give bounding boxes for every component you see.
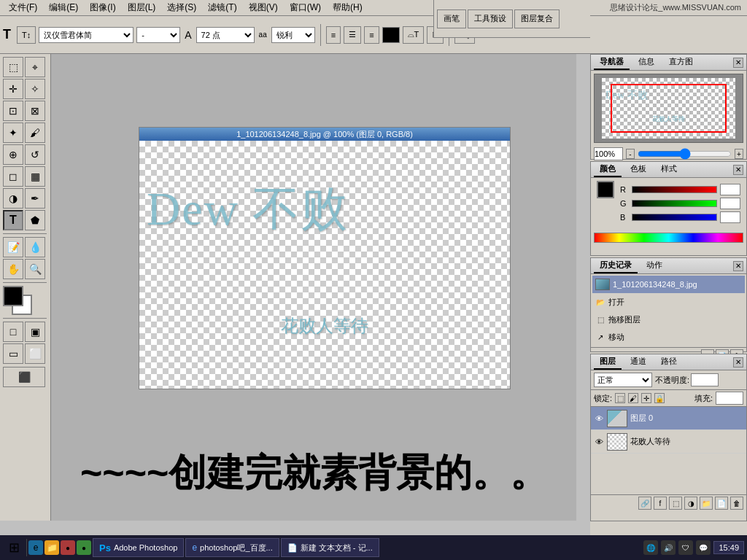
zoom-slider[interactable] <box>638 151 732 157</box>
standard-screen-btn[interactable]: ▭ <box>3 343 23 364</box>
zoom-tool[interactable]: 🔍 <box>25 259 45 279</box>
gradient-tool[interactable]: ▦ <box>25 166 45 187</box>
lock-move-btn[interactable]: ✛ <box>641 393 651 403</box>
history-close-btn[interactable]: ✕ <box>733 261 743 271</box>
menu-window[interactable]: 窗口(W) <box>284 0 327 15</box>
layer-style-btn[interactable]: f <box>654 497 667 510</box>
dodge-tool[interactable]: ◑ <box>3 188 23 209</box>
clone-stamp-tool[interactable]: ⊕ <box>3 144 23 165</box>
fullscreen-btn[interactable]: ⬜ <box>25 343 45 364</box>
opacity-input[interactable]: 100% <box>691 373 719 386</box>
menu-view[interactable]: 视图(V) <box>243 0 284 15</box>
tab-paths[interactable]: 路径 <box>655 354 683 370</box>
history-item-1[interactable]: 📂 打开 <box>592 293 745 311</box>
quick-mask-btn[interactable]: ▣ <box>25 322 45 342</box>
menu-help[interactable]: 帮助(H) <box>327 0 368 15</box>
menu-edit[interactable]: 编辑(E) <box>43 0 84 15</box>
warp-text-btn[interactable]: ⌓T <box>403 26 425 44</box>
align-left-btn[interactable]: ≡ <box>326 26 341 44</box>
layer-group-btn[interactable]: 📁 <box>700 497 713 510</box>
rectangular-marquee-tool[interactable]: ⬚ <box>3 57 23 77</box>
security-icon[interactable]: 🛡 <box>678 540 693 555</box>
brush-panel-btn[interactable]: 画笔 <box>437 9 466 28</box>
align-center-btn[interactable]: ☰ <box>344 26 361 44</box>
history-item-0[interactable]: 1_101206134248_8.jpg <box>592 276 745 293</box>
color-main-swatch[interactable] <box>597 181 614 198</box>
eraser-tool[interactable]: ◻ <box>3 166 23 187</box>
navigator-close-btn[interactable]: ✕ <box>733 58 743 68</box>
tab-navigator[interactable]: 导航器 <box>594 55 630 70</box>
menu-layer[interactable]: 图层(L) <box>122 0 162 15</box>
taskbar-misc-icon1[interactable]: ● <box>61 540 75 555</box>
blend-mode-select[interactable]: 正常 <box>594 373 652 387</box>
brush-tool[interactable]: 🖌 <box>25 122 45 143</box>
color-spectrum-bar[interactable] <box>594 233 743 243</box>
lock-all-btn[interactable]: 🔒 <box>654 393 665 403</box>
b-value-input[interactable]: 0 <box>720 211 740 223</box>
tab-layers[interactable]: 图层 <box>594 354 622 370</box>
tab-channels[interactable]: 通道 <box>624 354 652 370</box>
taskbar-misc-icon2[interactable]: ● <box>77 540 91 555</box>
taskbar-photoshop-btn[interactable]: Ps Adobe Photoshop <box>93 538 184 557</box>
layer-mask-btn[interactable]: ⬚ <box>669 497 682 510</box>
color-close-btn[interactable]: ✕ <box>733 165 743 175</box>
lock-brush-btn[interactable]: 🖌 <box>628 393 638 403</box>
eyedropper-tool[interactable]: 💧 <box>25 237 45 257</box>
lock-transparent-btn[interactable]: ⬚ <box>615 393 625 403</box>
font-size-select[interactable]: 72 点 <box>196 27 255 43</box>
zoom-in-btn[interactable]: + <box>735 149 743 159</box>
network-icon[interactable]: 🌐 <box>643 540 658 555</box>
tab-swatches[interactable]: 色板 <box>624 162 652 177</box>
fill-input[interactable]: 100% <box>716 392 743 405</box>
tab-history[interactable]: 历史记录 <box>594 258 638 273</box>
history-brush-tool[interactable]: ↺ <box>25 144 45 165</box>
menu-file[interactable]: 文件(F) <box>3 0 43 15</box>
tab-histogram[interactable]: 直方图 <box>663 55 699 70</box>
zoom-out-btn[interactable]: - <box>626 149 635 159</box>
layer-visibility-0[interactable]: 👁 <box>594 413 604 424</box>
layer-item-0[interactable]: 👁 图层 0 <box>591 407 746 430</box>
magic-wand-tool[interactable]: ✧ <box>25 79 45 99</box>
notes-tool[interactable]: 📝 <box>3 237 23 257</box>
text-orientation-btn[interactable]: T↕ <box>17 26 36 44</box>
pen-tool[interactable]: ✒ <box>25 188 45 209</box>
layer-delete-btn[interactable]: 🗑 <box>730 497 743 510</box>
tab-color[interactable]: 颜色 <box>594 162 622 177</box>
layer-link-btn[interactable]: 🔗 <box>638 497 651 510</box>
layer-item-1[interactable]: 👁 花败人等待 <box>591 430 746 454</box>
zoom-input[interactable]: 100% <box>594 147 623 160</box>
tab-styles[interactable]: 样式 <box>655 162 683 177</box>
menu-image[interactable]: 图像(I) <box>84 0 121 15</box>
antialiasing-select[interactable]: 锐利 <box>271 27 315 43</box>
taskbar-ie-icon[interactable]: e <box>28 540 43 555</box>
taskbar-folder-icon[interactable]: 📁 <box>44 540 59 555</box>
menu-filter[interactable]: 滤镜(T) <box>202 0 242 15</box>
tool-presets-btn[interactable]: 工具预设 <box>468 9 513 28</box>
history-item-2[interactable]: ⬚ 拖移图层 <box>592 311 745 328</box>
history-item-3[interactable]: ↗ 移动 <box>592 328 745 346</box>
navigator-preview[interactable]: Dew 不败 花败人等待 <box>594 74 743 143</box>
lasso-tool[interactable]: ⌖ <box>25 57 45 77</box>
move-tool[interactable]: ✛ <box>3 79 23 99</box>
crop-tool[interactable]: ⊡ <box>3 101 23 121</box>
taskbar-notepad-btn[interactable]: 📄 新建 文本文档 - 记... <box>281 538 379 557</box>
tab-info[interactable]: 信息 <box>632 55 660 70</box>
taskbar-browser-btn[interactable]: e photoshop吧_百度... <box>185 538 279 557</box>
start-button[interactable]: ⊞ <box>3 537 25 558</box>
font-style-select[interactable]: - <box>136 27 180 43</box>
standard-mode-btn[interactable]: □ <box>3 322 23 342</box>
hand-tool[interactable]: ✋ <box>3 259 23 279</box>
layer-visibility-1[interactable]: 👁 <box>594 437 604 447</box>
r-value-input[interactable]: 0 <box>720 184 740 195</box>
align-right-btn[interactable]: ≡ <box>364 26 379 44</box>
tab-actions[interactable]: 动作 <box>640 258 668 273</box>
healing-brush-tool[interactable]: ✦ <box>3 122 23 143</box>
shape-tool[interactable]: ⬟ <box>25 210 45 230</box>
slice-tool[interactable]: ⊠ <box>25 101 45 121</box>
font-family-select[interactable]: 汉仪雪君体简 <box>39 27 133 43</box>
foreground-color-swatch[interactable] <box>3 286 23 306</box>
layer-new-btn[interactable]: 📄 <box>715 497 728 510</box>
layer-comp-btn[interactable]: 图层复合 <box>514 9 560 28</box>
g-value-input[interactable]: 0 <box>720 198 740 209</box>
change-screen-btn[interactable]: ⬛ <box>3 367 45 387</box>
